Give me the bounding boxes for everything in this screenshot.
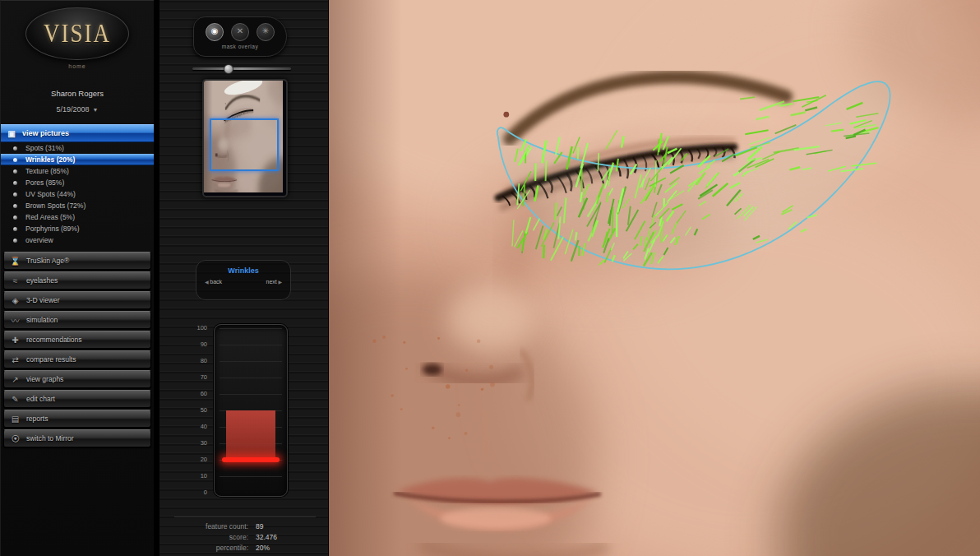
recommendations-button[interactable]: ✚recommendations <box>3 331 151 349</box>
action-label: recommendations <box>26 336 82 344</box>
action-label: compare results <box>26 355 76 364</box>
eyelashes-button[interactable]: ≈eyelashes <box>3 271 151 290</box>
next-button[interactable]: next ▶ <box>266 279 282 285</box>
visia-app-window: VISIA home Sharon Rogers 5/19/2008▼ ▣ vi… <box>0 0 980 556</box>
sidebar: VISIA home Sharon Rogers 5/19/2008▼ ▣ vi… <box>0 0 154 556</box>
action-label: simulation <box>26 316 58 324</box>
stat-value: 89 <box>256 521 263 532</box>
view-graphs-button[interactable]: ↗view graphs <box>3 370 151 388</box>
edit-chart-icon: ✎ <box>4 395 26 404</box>
gauge-tick-label: 80 <box>183 357 207 364</box>
bullet-icon <box>13 169 17 174</box>
bullet-icon <box>13 239 17 243</box>
slider-handle[interactable] <box>224 64 233 74</box>
bullet-icon <box>13 158 17 162</box>
session-date-dropdown[interactable]: 5/19/2008▼ <box>1 105 154 114</box>
truskin-age-icon: ⌛ <box>4 257 26 266</box>
truskin-age-button[interactable]: ⌛TruSkin Age® <box>3 252 151 270</box>
sidebar-item-overview[interactable]: overview <box>1 234 154 246</box>
gauge-tick-label: 70 <box>183 373 207 381</box>
brand-logo: VISIA home <box>1 1 154 69</box>
gauge-tick-label: 100 <box>183 324 207 331</box>
overlay-mode-mask-button[interactable]: ✕ <box>231 23 249 41</box>
mask-overlay-control: ◉ ✕ ✳ mask overlay <box>193 16 287 57</box>
menu-item-label: Texture (85%) <box>25 167 69 175</box>
overlay-mode-settings-button[interactable]: ✳ <box>257 23 275 41</box>
main-photo-view <box>329 0 980 556</box>
simulation-icon: 〰 <box>4 314 26 327</box>
action-label: reports <box>26 415 48 423</box>
simulation-button[interactable]: 〰simulation <box>3 311 151 329</box>
stat-value: 20% <box>256 543 270 554</box>
mask-overlay-label: mask overlay <box>194 44 286 49</box>
menu-item-label: UV Spots (44%) <box>25 190 76 198</box>
patient-name: Sharon Rogers <box>1 89 154 98</box>
compare-results-icon: ⇄ <box>4 355 26 364</box>
patient-block: Sharon Rogers 5/19/2008▼ <box>1 89 154 114</box>
sidebar-item-red-areas[interactable]: Red Areas (5%) <box>1 211 154 223</box>
3d-viewer-icon: ◈ <box>4 296 26 305</box>
feature-navigator: Wrinkles ◀ back next ▶ <box>196 260 291 300</box>
overlay-mode-normal-button[interactable]: ◉ <box>206 23 224 41</box>
reports-button[interactable]: ▤reports <box>3 410 151 428</box>
action-label: view graphs <box>26 375 63 383</box>
gauge-tick-label: 50 <box>183 406 207 414</box>
action-label: 3-D viewer <box>26 296 60 304</box>
recommendations-icon: ✚ <box>4 336 26 345</box>
mirror-icon: ⦿ <box>4 434 26 443</box>
stat-value: 32.476 <box>256 532 277 543</box>
sidebar-item-uv-spots[interactable]: UV Spots (44%) <box>1 188 154 200</box>
menu-item-label: Wrinkles (20%) <box>25 155 75 164</box>
edit-chart-button[interactable]: ✎edit chart <box>3 390 151 408</box>
back-button[interactable]: ◀ back <box>205 279 222 285</box>
action-label: eyelashes <box>26 276 58 285</box>
menu-item-label: Red Areas (5%) <box>25 213 75 221</box>
menu-header-label: view pictures <box>22 129 69 137</box>
face-thumbnail[interactable] <box>202 79 288 197</box>
measure-menu: ▣ view pictures Spots (31%) Wrinkles (20… <box>1 124 154 246</box>
gauge-tick-label: 40 <box>183 423 207 430</box>
chevron-down-icon: ▼ <box>93 107 99 113</box>
gauge-inner <box>220 328 282 493</box>
menu-item-label: Pores (85%) <box>25 178 64 187</box>
stat-percentile: percentile: 20% <box>174 543 316 554</box>
slider-track[interactable] <box>192 67 291 70</box>
sidebar-item-porphyrins[interactable]: Porphyrins (89%) <box>1 223 154 234</box>
stat-label: feature count: <box>174 521 248 532</box>
action-label: edit chart <box>26 395 55 403</box>
sidebar-item-spots[interactable]: Spots (31%) <box>1 142 154 154</box>
pictures-icon: ▣ <box>1 129 22 138</box>
overlay-opacity-slider[interactable] <box>192 64 291 72</box>
bullet-icon <box>13 146 17 151</box>
gauge-tick-label: 10 <box>183 472 207 480</box>
sidebar-item-pores[interactable]: Pores (85%) <box>1 177 154 188</box>
stat-label: score: <box>174 532 248 543</box>
brand-name: VISIA <box>44 19 111 49</box>
switch-to-mirror-button[interactable]: ⦿switch to Mirror <box>3 429 151 447</box>
stats-block: feature count: 89 score: 32.476 percenti… <box>174 517 316 554</box>
next-label: next <box>266 279 276 285</box>
3d-viewer-button[interactable]: ◈3-D viewer <box>3 291 151 309</box>
sidebar-item-wrinkles[interactable]: Wrinkles (20%) <box>1 154 154 165</box>
menu-item-label: overview <box>25 236 53 244</box>
action-label: switch to Mirror <box>26 434 74 442</box>
control-panel: ◉ ✕ ✳ mask overlay Wrinkles ◀ back next … <box>158 0 331 556</box>
bullet-icon <box>13 192 17 197</box>
brand-tagline: home <box>1 63 154 69</box>
menu-item-label: Spots (31%) <box>25 144 64 152</box>
sidebar-item-brown-spots[interactable]: Brown Spots (72%) <box>1 200 154 211</box>
bullet-icon <box>13 181 17 185</box>
percentile-gauge: 100 90 80 70 60 50 40 30 20 10 0 <box>187 324 311 497</box>
sidebar-item-view-pictures[interactable]: ▣ view pictures <box>1 124 154 142</box>
analysis-focus-rectangle <box>210 118 279 171</box>
back-label: back <box>210 279 222 285</box>
gauge-tick-label: 60 <box>183 390 207 397</box>
stat-score: score: 32.476 <box>174 532 316 543</box>
eyelashes-icon: ≈ <box>4 276 26 285</box>
view-graphs-icon: ↗ <box>4 375 26 384</box>
sidebar-item-texture[interactable]: Texture (85%) <box>1 165 154 177</box>
stat-label: percentile: <box>174 543 248 554</box>
compare-results-button[interactable]: ⇄compare results <box>3 350 151 368</box>
chevron-right-icon: ▶ <box>277 280 282 285</box>
bullet-icon <box>13 215 17 220</box>
